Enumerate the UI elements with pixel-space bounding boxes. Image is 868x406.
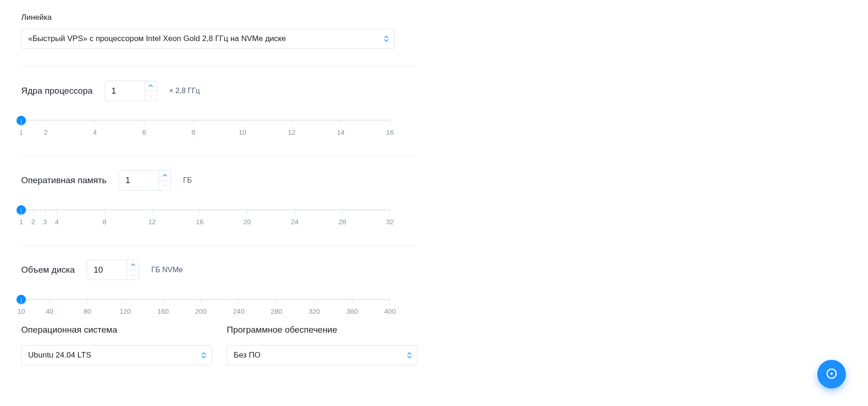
software-select[interactable]: Без ПО <box>227 345 418 365</box>
slider-tick <box>390 298 390 304</box>
select-sort-icon <box>384 36 389 42</box>
slider-tick-label: 400 <box>384 307 396 315</box>
lineup-select-text-4: диске <box>263 34 286 43</box>
slider-tick <box>314 298 314 304</box>
slider-tick-label: 320 <box>308 307 320 315</box>
divider <box>21 156 418 156</box>
slider-tick <box>390 119 390 125</box>
slider-tick <box>163 298 163 304</box>
disk-step-down <box>127 270 139 280</box>
slider-tick-label: 1 <box>19 128 23 136</box>
slider-tick-label: 4 <box>93 128 97 136</box>
select-sort-icon <box>407 352 412 358</box>
slider-tick <box>125 298 125 304</box>
slider-tick-label: 6 <box>142 128 146 136</box>
slider-tick-label: 280 <box>271 307 282 315</box>
chevron-down-icon <box>148 95 153 97</box>
slider-tick <box>152 209 152 214</box>
slider-tick <box>21 119 22 125</box>
slider-tick <box>87 298 88 304</box>
slider-tick-label: 120 <box>119 307 131 315</box>
disk-unit: ГБ NVMe <box>151 266 183 274</box>
slider-tick-label: 16 <box>196 218 204 226</box>
slider-tick <box>49 298 50 304</box>
ram-input[interactable] <box>119 171 159 190</box>
ram-title: Оперативная память <box>21 175 106 185</box>
cpu-stepper[interactable] <box>105 81 157 101</box>
select-sort-icon <box>201 352 206 358</box>
disk-slider-ticks <box>21 298 390 304</box>
slider-tick-label: 240 <box>233 307 244 315</box>
slider-tick-label: 200 <box>195 307 207 315</box>
os-select-value: Ubuntu 24.04 LTS <box>28 351 91 360</box>
svg-point-1 <box>830 372 833 375</box>
lineup-select-text-3: NVMe <box>241 34 263 43</box>
cpu-slider-labels: 1246810121416 <box>21 128 390 138</box>
chevron-up-icon <box>163 174 167 177</box>
chat-button[interactable] <box>817 360 846 388</box>
slider-tick <box>390 209 390 214</box>
cpu-input[interactable] <box>105 81 145 101</box>
slider-tick <box>21 209 22 214</box>
lineup-label: Линейка <box>21 13 418 22</box>
disk-step-up[interactable] <box>127 260 139 270</box>
cpu-slider-ticks <box>21 119 390 125</box>
slider-tick-label: 14 <box>337 128 345 136</box>
slider-tick-label: 3 <box>43 218 47 226</box>
divider <box>21 66 418 67</box>
slider-tick <box>45 209 45 214</box>
lineup-select[interactable]: «Быстрый VPS» с процессором Intel Xeon G… <box>21 29 395 49</box>
slider-tick <box>21 298 22 304</box>
ram-stepper[interactable] <box>118 170 171 191</box>
slider-tick-label: 1 <box>19 218 23 226</box>
os-label: Операционная система <box>21 325 212 335</box>
slider-tick <box>352 298 352 304</box>
slider-tick-label: 12 <box>288 128 295 136</box>
ram-slider-labels: 12348121620242832 <box>21 218 390 228</box>
slider-tick <box>291 119 292 125</box>
slider-tick <box>46 119 46 125</box>
slider-tick-label: 2 <box>44 128 47 136</box>
slider-tick-label: 32 <box>386 218 394 226</box>
chat-icon <box>825 368 838 381</box>
chevron-up-icon <box>148 84 153 87</box>
slider-tick-label: 10 <box>239 128 247 136</box>
slider-tick <box>193 119 194 125</box>
slider-tick <box>242 119 243 125</box>
slider-tick <box>238 298 239 304</box>
disk-slider-labels: 104080120160200240280320360400 <box>21 307 390 317</box>
slider-tick-label: 2 <box>31 218 35 226</box>
slider-tick-label: 360 <box>346 307 358 315</box>
slider-tick <box>57 209 57 214</box>
slider-tick <box>295 209 295 214</box>
slider-tick-label: 40 <box>46 307 53 315</box>
slider-tick <box>95 119 95 125</box>
ram-slider-ticks <box>21 209 390 215</box>
slider-tick-label: 10 <box>18 307 25 315</box>
chevron-up-icon <box>131 263 136 266</box>
ram-step-up[interactable] <box>159 171 171 181</box>
slider-tick-label: 8 <box>102 218 106 226</box>
ram-step-down <box>159 181 171 191</box>
slider-tick <box>276 298 277 304</box>
slider-tick-label: 16 <box>386 128 394 136</box>
chevron-down-icon <box>131 274 136 276</box>
slider-tick-label: 160 <box>157 307 169 315</box>
os-select[interactable]: Ubuntu 24.04 LTS <box>21 345 212 365</box>
slider-tick <box>247 209 248 214</box>
cpu-step-down <box>145 91 157 101</box>
software-label: Программное обеспечение <box>227 325 418 335</box>
slider-tick-label: 20 <box>243 218 251 226</box>
disk-stepper[interactable] <box>87 260 139 280</box>
slider-tick-label: 12 <box>148 218 156 226</box>
slider-tick <box>144 119 144 125</box>
cpu-step-up[interactable] <box>145 81 157 91</box>
slider-tick-label: 8 <box>191 128 195 136</box>
slider-tick-label: 24 <box>291 218 299 226</box>
lineup-select-text-1: Intel Xeon Gold 2,8 ГГц <box>146 34 228 43</box>
disk-input[interactable] <box>87 260 127 280</box>
ram-unit: ГБ <box>183 176 192 185</box>
slider-tick <box>104 209 105 214</box>
divider <box>21 245 418 246</box>
lineup-select-text-2: на <box>228 34 241 43</box>
